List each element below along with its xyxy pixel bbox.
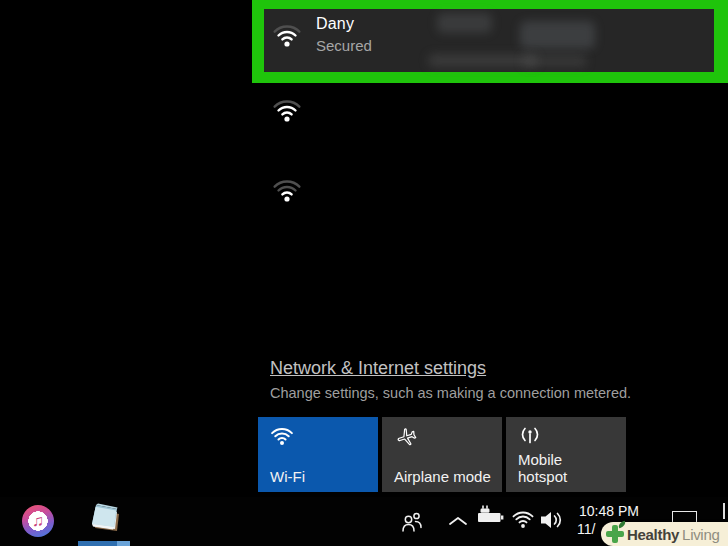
wifi-signal-icon <box>270 424 294 448</box>
wifi-signal-icon <box>272 20 302 50</box>
redacted-blur <box>520 21 595 49</box>
settings-hint-text: Change settings, such as making a connec… <box>270 385 631 401</box>
taskbar-active-indicator <box>78 541 130 546</box>
connected-network-highlight-box: Dany Secured <box>252 0 728 83</box>
wifi-network-item[interactable] <box>272 175 306 209</box>
network-name: Dany <box>316 15 354 33</box>
battery-charging-icon[interactable] <box>475 503 505 525</box>
healthy-living-watermark: Healthy Living <box>601 522 728 546</box>
wifi-toggle-tile[interactable]: Wi-Fi <box>258 417 378 492</box>
itunes-icon[interactable]: ♫ <box>22 505 54 537</box>
tile-label: Wi-Fi <box>270 468 305 485</box>
chevron-up-icon[interactable] <box>448 515 468 527</box>
healthy-living-cross-icon <box>605 524 625 544</box>
music-note-glyph: ♫ <box>22 505 54 537</box>
network-internet-settings-link[interactable]: Network & Internet settings <box>270 358 486 379</box>
mobile-hotspot-icon <box>518 424 542 448</box>
watermark-word-healthy: Healthy <box>627 526 679 543</box>
airplane-icon <box>394 424 420 450</box>
mobile-hotspot-tile[interactable]: Mobile hotspot <box>506 417 626 492</box>
wifi-signal-icon <box>272 175 302 205</box>
wifi-network-item[interactable] <box>272 95 306 129</box>
people-icon[interactable] <box>400 511 426 533</box>
tile-label: Airplane mode <box>394 468 491 485</box>
redacted-blur <box>437 13 492 33</box>
quick-actions-row: Wi-Fi Airplane mode Mobile hotspot <box>258 417 626 492</box>
watermark-word-living: Living <box>682 526 719 543</box>
wifi-network-item-connected[interactable]: Dany Secured <box>264 9 714 72</box>
clock-date[interactable]: 11/ <box>577 521 595 537</box>
wifi-signal-icon <box>272 95 302 125</box>
show-desktop-button[interactable] <box>723 503 725 519</box>
tile-label: Mobile hotspot <box>518 451 588 485</box>
network-status: Secured <box>316 37 372 54</box>
notepad-icon[interactable] <box>86 501 122 540</box>
wifi-tray-icon[interactable] <box>511 509 535 529</box>
clock-time[interactable]: 10:48 PM <box>571 503 647 519</box>
volume-icon[interactable] <box>539 509 565 531</box>
airplane-mode-tile[interactable]: Airplane mode <box>382 417 502 492</box>
redacted-blur <box>522 55 587 67</box>
